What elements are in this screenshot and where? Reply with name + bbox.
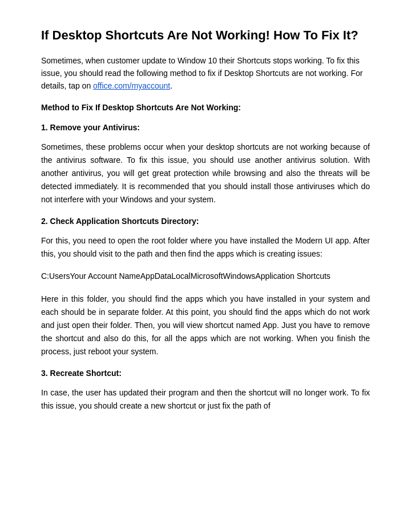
section-2-heading: 2. Check Application Shortcuts Directory… — [41, 215, 370, 227]
section-3: 3. Recreate Shortcut: In case, the user … — [41, 367, 370, 413]
office-link[interactable]: office.com/myaccount — [93, 81, 170, 90]
page-title: If Desktop Shortcuts Are Not Working! Ho… — [41, 27, 370, 44]
intro-paragraph: Sometimes, when customer update to Windo… — [41, 54, 370, 93]
method-heading: Method to Fix If Desktop Shortcuts Are N… — [41, 102, 370, 114]
intro-text: Sometimes, when customer update to Windo… — [41, 56, 362, 91]
section-2-code: C:UsersYour Account NameAppDataLocalMicr… — [41, 270, 370, 283]
section-3-heading: 3. Recreate Shortcut: — [41, 367, 370, 379]
section-2-paragraph-1: For this, you need to open the root fold… — [41, 234, 370, 261]
section-1: 1. Remove your Antivirus: Sometimes, the… — [41, 122, 370, 206]
section-2-paragraph-2: Here in this folder, you should find the… — [41, 293, 370, 358]
page-container: If Desktop Shortcuts Are Not Working! Ho… — [0, 0, 411, 449]
section-3-paragraph-1: In case, the user has updated their prog… — [41, 386, 370, 413]
section-1-heading: 1. Remove your Antivirus: — [41, 122, 370, 134]
section-2: 2. Check Application Shortcuts Directory… — [41, 215, 370, 358]
section-1-paragraph-1: Sometimes, these problems occur when you… — [41, 141, 370, 206]
